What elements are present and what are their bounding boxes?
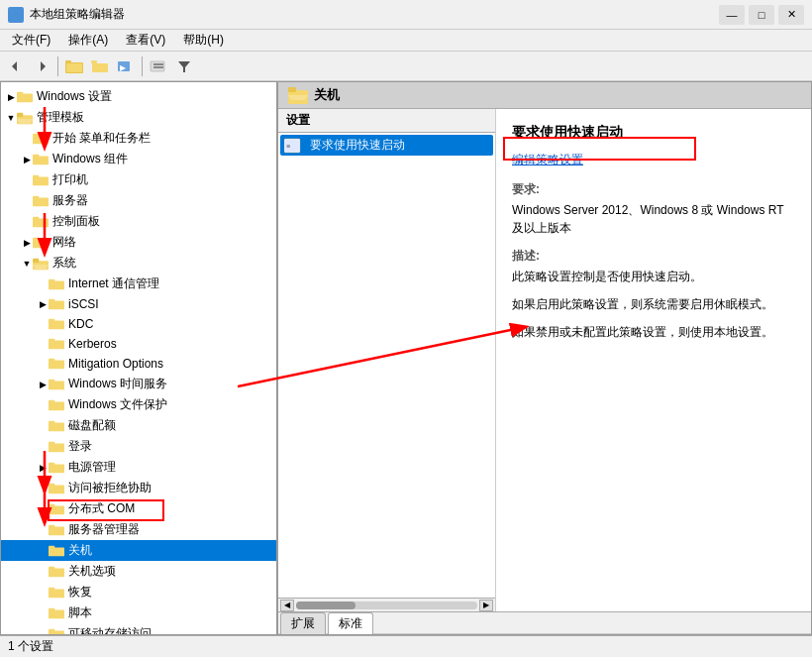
back-button[interactable] bbox=[4, 55, 28, 77]
tree-item-server[interactable]: 服务器 bbox=[1, 190, 276, 211]
tree-item-system[interactable]: 系统 bbox=[1, 253, 276, 274]
description-label: 描述: bbox=[512, 247, 795, 266]
svg-text:▶: ▶ bbox=[120, 63, 127, 72]
tree-item-start-menu[interactable]: 开始 菜单和任务栏 bbox=[1, 128, 276, 149]
menu-file[interactable]: 文件(F) bbox=[4, 30, 58, 51]
note1-text: 如果启用此策略设置，则系统需要启用休眠模式。 bbox=[512, 295, 795, 313]
left-panel[interactable]: Windows 设置 管理模板 开始 菜单和任务栏 bbox=[1, 82, 278, 634]
tree-item-dcom[interactable]: 分布式 COM bbox=[1, 498, 276, 519]
arrow-win-components[interactable] bbox=[21, 154, 33, 165]
folder-icon bbox=[17, 90, 33, 104]
list-hscrollbar[interactable]: ◀ ▶ bbox=[278, 598, 495, 611]
policy-item-fastboot[interactable]: ≡ 要求使用快速启动 bbox=[280, 135, 493, 156]
svg-rect-5 bbox=[66, 63, 82, 72]
right-panel: 关机 设置 bbox=[278, 82, 811, 634]
policy-item-icon: ≡ bbox=[284, 138, 304, 154]
tree-item-disk-quota[interactable]: 磁盘配额 bbox=[1, 415, 276, 436]
tree-item-file-protection[interactable]: Windows 文件保护 bbox=[1, 394, 276, 415]
svg-rect-20 bbox=[33, 133, 39, 137]
toolbar-btn-2[interactable] bbox=[88, 55, 112, 77]
svg-rect-67 bbox=[49, 607, 54, 611]
folder-icon-23 bbox=[49, 606, 64, 620]
svg-rect-26 bbox=[33, 195, 39, 199]
tree-item-server-mgr[interactable]: 服务器管理器 bbox=[1, 519, 276, 540]
minimize-button[interactable]: — bbox=[719, 5, 745, 25]
folder-icon-19 bbox=[49, 502, 64, 516]
tree-item-login[interactable]: 登录 bbox=[1, 436, 276, 457]
folder-icon-11 bbox=[49, 337, 64, 351]
requirement-section: 要求: Windows Server 2012、Windows 8 或 Wind… bbox=[512, 180, 795, 237]
scrollbar-thumb[interactable] bbox=[296, 602, 355, 609]
app-window: 本地组策略编辑器 — □ ✕ 文件(F) 操作(A) 查看(V) 帮助(H) bbox=[0, 0, 812, 657]
tree-item-removable[interactable]: 可移动存储访问 bbox=[1, 623, 276, 634]
maximize-button[interactable]: □ bbox=[749, 5, 774, 25]
tree-item-windows-settings[interactable]: Windows 设置 bbox=[1, 86, 276, 107]
arrow-network[interactable] bbox=[21, 237, 33, 249]
folder-icon-system-open bbox=[33, 257, 49, 271]
svg-rect-6 bbox=[92, 63, 108, 72]
arrow-admin-templates[interactable] bbox=[5, 112, 17, 124]
status-bar: 1 个设置 bbox=[0, 635, 812, 657]
tree-item-mitigation[interactable]: Mitigation Options bbox=[1, 354, 276, 374]
tree-item-control-panel[interactable]: 控制面板 bbox=[1, 211, 276, 232]
folder-icon-2 bbox=[33, 132, 49, 146]
svg-rect-28 bbox=[33, 216, 39, 220]
tree-item-access-denied[interactable]: 访问被拒绝协助 bbox=[1, 478, 276, 498]
tree-item-internet[interactable]: Internet 通信管理 bbox=[1, 274, 276, 294]
folder-icon-5 bbox=[33, 194, 49, 208]
arrow-power[interactable] bbox=[37, 462, 49, 474]
window-controls: — □ ✕ bbox=[719, 5, 804, 25]
svg-rect-49 bbox=[49, 420, 54, 424]
tree-item-printer[interactable]: 打印机 bbox=[1, 169, 276, 190]
edit-policy-link[interactable]: 编辑策略设置 bbox=[512, 153, 583, 166]
toolbar-separator bbox=[57, 56, 58, 76]
tree-item-network[interactable]: 网络 bbox=[1, 232, 276, 253]
tree-item-shutdown-opts[interactable]: 关机选项 bbox=[1, 561, 276, 582]
svg-rect-41 bbox=[49, 339, 54, 343]
arrow-time[interactable] bbox=[37, 379, 49, 390]
arrow-system[interactable] bbox=[21, 258, 33, 270]
tree-item-iscsi[interactable]: iSCSI bbox=[1, 294, 276, 314]
right-header-title: 关机 bbox=[314, 86, 340, 104]
toolbar-btn-1[interactable] bbox=[62, 55, 86, 77]
toolbar-btn-3[interactable]: ▶ bbox=[114, 55, 138, 77]
folder-icon-4 bbox=[33, 173, 49, 187]
settings-column-header: 设置 bbox=[286, 113, 310, 127]
svg-marker-74 bbox=[288, 95, 308, 100]
folder-icon-17 bbox=[49, 461, 64, 475]
right-header-folder-icon bbox=[288, 86, 308, 104]
tree-item-power[interactable]: 电源管理 bbox=[1, 457, 276, 478]
close-button[interactable]: ✕ bbox=[778, 5, 804, 25]
toolbar-btn-4[interactable] bbox=[147, 55, 170, 77]
svg-rect-47 bbox=[49, 399, 54, 403]
menu-help[interactable]: 帮助(H) bbox=[175, 30, 232, 51]
menu-action[interactable]: 操作(A) bbox=[60, 30, 116, 51]
scroll-right-btn[interactable]: ▶ bbox=[479, 600, 493, 611]
arrow-windows-settings[interactable] bbox=[5, 91, 17, 103]
svg-rect-32 bbox=[33, 258, 39, 262]
tree-item-kerberos[interactable]: Kerberos bbox=[1, 334, 276, 354]
folder-icon-16 bbox=[49, 440, 64, 454]
tree-item-scripts[interactable]: 脚本 bbox=[1, 602, 276, 623]
tree-item-kdc[interactable]: KDC bbox=[1, 314, 276, 334]
tab-standard[interactable]: 标准 bbox=[328, 612, 373, 634]
svg-rect-24 bbox=[33, 174, 39, 178]
folder-icon-7 bbox=[33, 236, 49, 250]
tree-item-admin-templates[interactable]: 管理模板 bbox=[1, 107, 276, 128]
svg-rect-51 bbox=[49, 441, 54, 445]
tree-item-recovery[interactable]: 恢复 bbox=[1, 582, 276, 602]
tree-item-win-components[interactable]: Windows 组件 bbox=[1, 149, 276, 169]
menu-view[interactable]: 查看(V) bbox=[118, 30, 173, 51]
svg-rect-45 bbox=[49, 379, 54, 383]
scroll-left-btn[interactable]: ◀ bbox=[280, 600, 294, 611]
folder-icon-12 bbox=[49, 357, 64, 371]
forward-button[interactable] bbox=[30, 55, 53, 77]
description-section: 描述: 此策略设置控制是否使用快速启动。 bbox=[512, 247, 795, 285]
arrow-iscsi[interactable] bbox=[37, 298, 49, 310]
folder-icon-20 bbox=[49, 523, 64, 537]
filter-button[interactable] bbox=[172, 55, 196, 77]
tree-item-shutdown[interactable]: 关机 bbox=[1, 540, 276, 561]
svg-rect-10 bbox=[151, 61, 164, 71]
tree-item-time-service[interactable]: Windows 时间服务 bbox=[1, 374, 276, 394]
tab-expand[interactable]: 扩展 bbox=[280, 612, 326, 634]
